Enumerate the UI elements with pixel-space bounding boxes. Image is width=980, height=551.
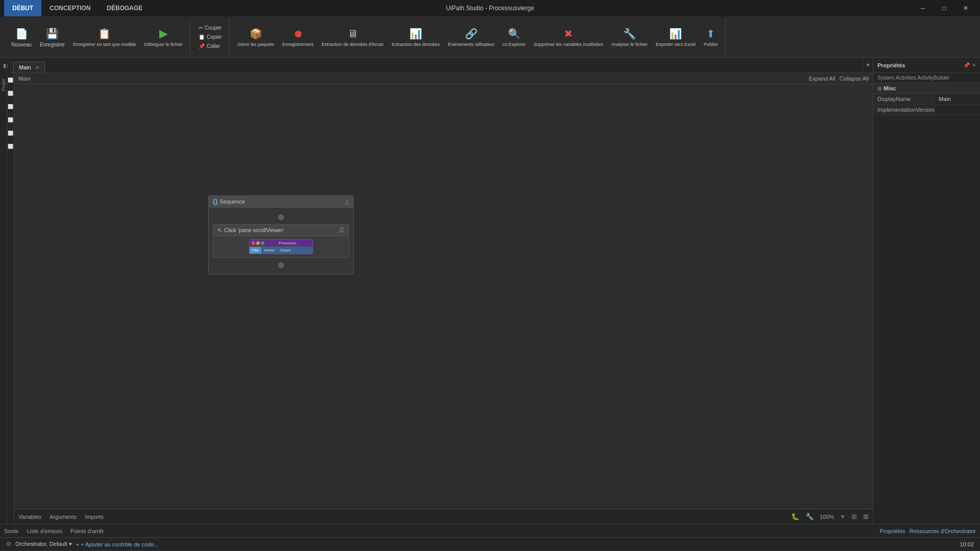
status-right: 10:02 — [960, 541, 974, 547]
tab-debut[interactable]: DÉBUT — [4, 0, 41, 16]
properties-header: Propriétés 📌 ✕ — [873, 58, 980, 73]
tab-conception[interactable]: CONCEPTION — [41, 0, 99, 16]
minimize-button[interactable]: ─ — [913, 0, 933, 16]
ribbon-coller[interactable]: 📌 Coller — [195, 42, 225, 51]
far-left-toggle[interactable]: ◧ — [0, 58, 11, 73]
activity-label: Click 'pane scrollViewer' — [224, 227, 284, 233]
canvas[interactable]: {} Sequence △ ⊕ — [14, 84, 873, 509]
activity-header: ↖ Click 'pane scrollViewer' ☰ — [213, 224, 349, 236]
add-activity-top[interactable]: ⊕ — [213, 212, 349, 222]
zoom-down-icon[interactable]: ▼ — [840, 514, 845, 519]
analyser-icon: 🔧 — [622, 27, 636, 41]
mini-tab-home[interactable]: Home — [261, 247, 277, 254]
sequence-header: {} Sequence △ — [209, 196, 353, 208]
sequence-title: Sequence — [219, 198, 245, 205]
vert-tab-projet[interactable]: Projet — [0, 77, 7, 93]
extraction-donnees-icon: 📊 — [408, 27, 423, 41]
ribbon-ui-explorer[interactable]: 🔍 UI Explorer — [500, 24, 529, 49]
ribbon-extraction-ecran[interactable]: 🖥 Extraction de données d'écran — [318, 24, 386, 49]
ribbon-analyser[interactable]: 🔧 Analyser le fichier — [608, 24, 651, 49]
ribbon-group-file: 📄 Nouveau 💾 Enregistrer 📋 Enregistrer en… — [4, 18, 190, 55]
mini-tab-file[interactable]: File — [250, 247, 261, 254]
ribbon-enregistrer[interactable]: 💾 Enregistrer — [37, 24, 68, 49]
ribbon-copier[interactable]: 📋 Copier — [195, 33, 225, 41]
ribbon: 📄 Nouveau 💾 Enregistrer 📋 Enregistrer en… — [0, 16, 980, 58]
orchestrator-link[interactable]: Ressources d'Orchestrator — [910, 528, 976, 534]
ribbon-couper[interactable]: ✂ Couper — [195, 23, 225, 32]
tab-debogage[interactable]: DÉBOGAGE — [99, 0, 151, 16]
ribbon-nouveau[interactable]: 📄 Nouveau — [8, 24, 35, 49]
exporter-excel-icon: 📊 — [669, 27, 683, 41]
mini-tab-share[interactable]: Share — [277, 247, 293, 254]
status-circle-icon: ⚙ — [6, 541, 11, 547]
add-activity-bottom[interactable]: ⊕ — [213, 260, 349, 270]
cursor-icon: ↖ — [217, 227, 222, 234]
prop-icon-pin[interactable]: 📌 — [964, 62, 970, 68]
title-tabs: DÉBUT CONCEPTION DÉBOGAGE — [4, 0, 151, 16]
output-toolbar-right: Propriétés Ressources d'Orchestrator — [879, 528, 976, 534]
activity-click-pane: ↖ Click 'pane scrollViewer' ☰ — [213, 224, 349, 258]
mini-dot-red — [252, 241, 255, 245]
prop-value-displayname[interactable]: Main — [935, 94, 980, 104]
collapse-all-button[interactable]: Collapse All — [840, 76, 869, 82]
imports-tab[interactable]: Imports — [85, 514, 104, 520]
status-add-code[interactable]: + + Ajouter au contrôle de code... — [76, 541, 159, 547]
mini-dot-yellow — [256, 241, 260, 245]
ribbon-group-clipboard: ✂ Couper 📋 Copier 📌 Coller — [191, 18, 229, 55]
ribbon-gerer-paquets[interactable]: 📦 Gérer les paquets — [235, 24, 278, 49]
activity-menu-icon[interactable]: ☰ — [339, 227, 345, 234]
status-orchestrator[interactable]: Orchestrator, Default ▾ — [15, 541, 72, 547]
fit-icon-1[interactable]: ⊞ — [851, 513, 857, 520]
prop-icon-close[interactable]: ✕ — [972, 62, 976, 68]
prop-row-implversion: ImplementationVersion — [873, 105, 980, 115]
doc-tab-main[interactable]: Main ✕ — [13, 62, 45, 72]
ribbon-enregistrer-modele[interactable]: 📋 Enregistrer en tant que modèle — [70, 24, 139, 49]
prop-class: System.Activities.ActivityBuilder — [873, 73, 980, 83]
output-tab-sortie[interactable]: Sortie — [4, 527, 19, 535]
mini-dot-green — [261, 241, 264, 245]
tab-dropdown-button[interactable]: ▼ — [863, 58, 873, 73]
ribbon-extraction-donnees[interactable]: 📊 Extraction des données — [388, 24, 443, 49]
ribbon-publier[interactable]: ⬆ Publier — [701, 24, 721, 49]
coller-icon: 📌 — [199, 43, 205, 49]
sequence-collapse-icon[interactable]: △ — [345, 198, 349, 205]
window-controls: ─ □ ✕ — [913, 0, 976, 16]
variables-tab[interactable]: Variables — [18, 514, 41, 520]
output-tab-erreurs[interactable]: Liste d'erreurs — [27, 527, 62, 535]
ribbon-exporter-excel[interactable]: 📊 Exporter vers Excel — [653, 24, 699, 49]
far-left-tabs: Projet — [0, 73, 7, 524]
ribbon-supprimer-vars[interactable]: ✖ Supprimer les variables inutilisées — [531, 24, 606, 49]
couper-icon: ✂ — [199, 25, 203, 31]
titlebar: DÉBUT CONCEPTION DÉBOGAGE UiPath Studio … — [0, 0, 980, 16]
misc-expand-icon: ⊟ — [877, 86, 881, 91]
activity-content: Processu... File Home Share — [213, 236, 349, 257]
mini-window-header: Processu... — [250, 240, 312, 246]
bug-icon: 🐛 — [791, 513, 799, 520]
misc-section-header[interactable]: ⊟ Misc — [873, 83, 980, 94]
fit-icon-2[interactable]: ⊠ — [863, 513, 869, 520]
ribbon-deboguer[interactable]: ▶ Déboguer le fichier — [141, 24, 186, 49]
output-tab-breakpoints[interactable]: Points d'arrêt — [70, 527, 103, 535]
close-button[interactable]: ✕ — [955, 0, 976, 16]
mini-window-title: Processu... — [267, 241, 310, 245]
sequence-body: ⊕ ↖ Click 'pane scrollViewer' ☰ — [209, 208, 353, 274]
sequence-container: {} Sequence △ ⊕ — [208, 195, 354, 274]
properties-link[interactable]: Propriétés — [879, 528, 905, 534]
prop-header-icons: 📌 ✕ — [964, 62, 976, 68]
expand-all-button[interactable]: Expand All — [809, 76, 836, 82]
sequence-bracket-icon: {} — [213, 198, 217, 205]
arguments-tab[interactable]: Arguments — [50, 514, 77, 520]
expand-collapse-buttons: Expand All Collapse All — [809, 76, 869, 82]
deboguer-icon: ▶ — [156, 27, 170, 41]
misc-label: Misc — [884, 85, 896, 91]
ribbon-evenements[interactable]: 🔗 Événements utilisateur — [445, 24, 497, 49]
ribbon-enregistrement[interactable]: ⏺ Enregistrement — [279, 24, 316, 49]
canvas-wrapper: Main Expand All Collapse All {} — [14, 73, 873, 524]
bottom-toolbar-right: 🐛 🔧 100% ▼ ⊞ ⊠ — [791, 513, 869, 520]
maximize-button[interactable]: □ — [934, 0, 954, 16]
prop-value-implversion[interactable] — [935, 105, 980, 115]
status-time: 10:02 — [960, 541, 974, 547]
ui-explorer-icon: 🔍 — [507, 27, 521, 41]
nouveau-icon: 📄 — [14, 27, 29, 41]
close-tab-main[interactable]: ✕ — [35, 65, 39, 70]
